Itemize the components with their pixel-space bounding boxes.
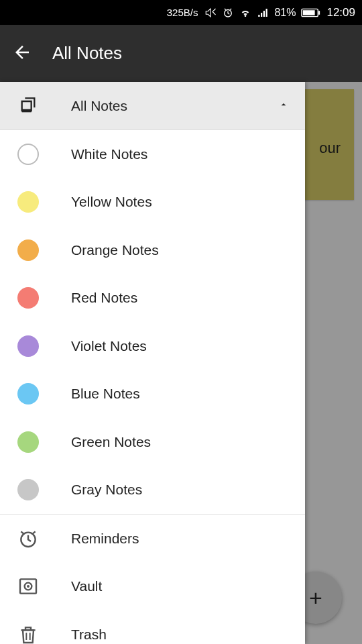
library-icon	[16, 94, 40, 118]
signal-icon	[257, 7, 269, 19]
color-swatch-blue	[17, 383, 39, 405]
app-bar: All Notes	[0, 25, 362, 82]
drawer-item-violet[interactable]: Violet Notes	[0, 322, 305, 370]
drawer-item-yellow[interactable]: Yellow Notes	[0, 178, 305, 227]
alarm-icon	[222, 7, 234, 19]
drawer-item-blue[interactable]: Blue Notes	[0, 370, 305, 419]
color-swatch-gray	[17, 479, 39, 500]
color-swatch-green	[17, 431, 39, 453]
color-swatch-yellow	[17, 191, 39, 213]
mute-icon	[204, 7, 217, 19]
arrow-left-icon	[12, 42, 32, 62]
data-speed: 325B/s	[167, 7, 198, 18]
drawer-item-trash[interactable]: Trash	[0, 610, 305, 644]
drawer-item-label: White Notes	[71, 146, 147, 162]
drawer-item-label: Trash	[71, 627, 107, 643]
svg-rect-2	[303, 10, 315, 15]
nav-drawer: All Notes White Notes Yellow Notes Orang…	[0, 82, 305, 644]
drawer-item-green[interactable]: Green Notes	[0, 418, 305, 466]
drawer-item-label: Blue Notes	[71, 386, 140, 402]
drawer-header-all-notes[interactable]: All Notes	[0, 82, 305, 130]
drawer-item-label: Reminders	[71, 531, 139, 547]
drawer-item-label: Violet Notes	[71, 338, 147, 354]
drawer-item-label: Gray Notes	[71, 482, 142, 498]
drawer-item-label: Vault	[71, 578, 102, 594]
battery-percent: 81%	[274, 7, 296, 19]
svg-point-7	[27, 585, 29, 588]
drawer-item-red[interactable]: Red Notes	[0, 274, 305, 323]
wifi-icon	[239, 7, 251, 19]
trash-icon	[16, 623, 40, 644]
battery-icon	[301, 7, 321, 18]
clock: 12:09	[326, 6, 355, 19]
content-area: our + All Notes White Notes Yellow Notes…	[0, 82, 362, 644]
alarm-clock-icon	[16, 527, 40, 551]
drawer-item-vault[interactable]: Vault	[0, 563, 305, 611]
drawer-item-label: Yellow Notes	[71, 194, 152, 210]
drawer-item-white[interactable]: White Notes	[0, 130, 305, 178]
color-swatch-red	[17, 287, 39, 309]
drawer-item-label: Red Notes	[71, 290, 137, 306]
drawer-item-orange[interactable]: Orange Notes	[0, 226, 305, 274]
color-swatch-white	[17, 144, 39, 165]
back-button[interactable]	[12, 42, 32, 65]
vault-icon	[16, 574, 40, 598]
drawer-item-label: Orange Notes	[71, 242, 159, 258]
status-bar: 325B/s 81% 12:09	[0, 0, 362, 25]
drawer-item-reminders[interactable]: Reminders	[0, 515, 305, 563]
drawer-item-gray[interactable]: Gray Notes	[0, 466, 305, 515]
svg-rect-3	[319, 11, 320, 15]
color-swatch-violet	[17, 335, 39, 357]
drawer-item-label: Green Notes	[71, 434, 151, 450]
drawer-header-label: All Notes	[71, 98, 127, 114]
page-title: All Notes	[52, 43, 122, 64]
color-swatch-orange	[17, 239, 39, 261]
chevron-up-icon	[278, 99, 289, 113]
